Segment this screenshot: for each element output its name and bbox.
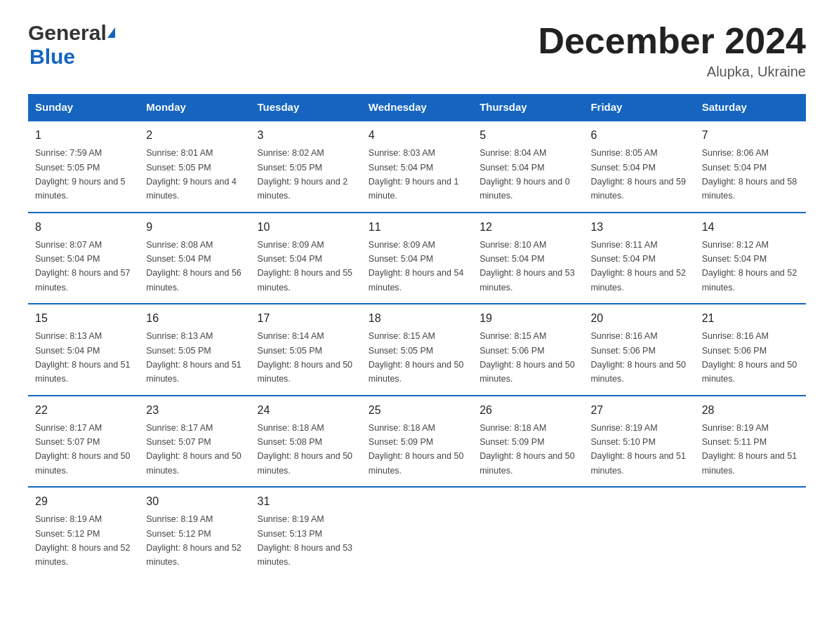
calendar-cell: 11Sunrise: 8:09 AMSunset: 5:04 PMDayligh… (362, 213, 472, 304)
calendar-cell (695, 487, 806, 578)
day-number: 2 (146, 127, 243, 144)
logo-triangle-icon (107, 27, 115, 38)
day-info: Sunrise: 8:19 AMSunset: 5:11 PMDaylight:… (702, 423, 797, 476)
calendar-cell: 1Sunrise: 7:59 AMSunset: 5:05 PMDaylight… (28, 121, 139, 213)
col-header-thursday: Thursday (472, 94, 583, 121)
calendar-cell: 25Sunrise: 8:18 AMSunset: 5:09 PMDayligh… (362, 396, 472, 488)
day-number: 21 (702, 310, 799, 327)
day-info: Sunrise: 8:18 AMSunset: 5:09 PMDaylight:… (369, 423, 464, 476)
day-info: Sunrise: 8:09 AMSunset: 5:04 PMDaylight:… (258, 240, 353, 293)
day-number: 8 (35, 219, 132, 236)
col-header-monday: Monday (139, 94, 250, 121)
day-info: Sunrise: 8:19 AMSunset: 5:12 PMDaylight:… (35, 514, 131, 567)
day-number: 11 (369, 219, 465, 236)
col-header-saturday: Saturday (695, 94, 806, 121)
day-info: Sunrise: 8:13 AMSunset: 5:04 PMDaylight:… (35, 331, 131, 384)
day-number: 13 (590, 219, 687, 236)
calendar-cell: 18Sunrise: 8:15 AMSunset: 5:05 PMDayligh… (362, 304, 472, 396)
calendar-cell: 19Sunrise: 8:15 AMSunset: 5:06 PMDayligh… (472, 304, 583, 396)
day-number: 27 (590, 402, 687, 419)
calendar-cell: 20Sunrise: 8:16 AMSunset: 5:06 PMDayligh… (583, 304, 694, 396)
day-info: Sunrise: 8:04 AMSunset: 5:04 PMDaylight:… (479, 148, 570, 201)
day-number: 1 (35, 127, 132, 144)
month-title: December 2024 (538, 21, 806, 61)
day-number: 7 (702, 127, 799, 144)
calendar-cell: 4Sunrise: 8:03 AMSunset: 5:04 PMDaylight… (362, 121, 472, 213)
week-row-2: 8Sunrise: 8:07 AMSunset: 5:04 PMDaylight… (28, 213, 806, 304)
calendar-cell (583, 487, 694, 578)
day-info: Sunrise: 8:18 AMSunset: 5:08 PMDaylight:… (258, 423, 353, 476)
day-info: Sunrise: 8:19 AMSunset: 5:10 PMDaylight:… (590, 423, 686, 476)
day-number: 10 (258, 219, 355, 236)
calendar-cell: 28Sunrise: 8:19 AMSunset: 5:11 PMDayligh… (695, 396, 806, 488)
day-info: Sunrise: 8:11 AMSunset: 5:04 PMDaylight:… (590, 240, 686, 293)
week-row-1: 1Sunrise: 7:59 AMSunset: 5:05 PMDaylight… (28, 121, 806, 213)
day-number: 26 (479, 402, 576, 419)
day-number: 23 (146, 402, 243, 419)
calendar-cell: 30Sunrise: 8:19 AMSunset: 5:12 PMDayligh… (139, 487, 250, 578)
day-info: Sunrise: 8:13 AMSunset: 5:05 PMDaylight:… (146, 331, 241, 384)
calendar-cell: 23Sunrise: 8:17 AMSunset: 5:07 PMDayligh… (139, 396, 250, 488)
day-number: 24 (258, 402, 355, 419)
calendar-cell: 26Sunrise: 8:18 AMSunset: 5:09 PMDayligh… (472, 396, 583, 488)
day-number: 12 (479, 219, 576, 236)
col-header-friday: Friday (583, 94, 694, 121)
day-number: 5 (479, 127, 576, 144)
logo: General Blue (28, 21, 115, 69)
title-section: December 2024 Alupka, Ukraine (538, 21, 806, 80)
day-number: 17 (258, 310, 355, 327)
day-number: 31 (258, 493, 355, 510)
day-info: Sunrise: 8:09 AMSunset: 5:04 PMDaylight:… (369, 240, 464, 293)
calendar-cell: 13Sunrise: 8:11 AMSunset: 5:04 PMDayligh… (583, 213, 694, 304)
day-info: Sunrise: 8:07 AMSunset: 5:04 PMDaylight:… (35, 240, 131, 293)
calendar-cell: 22Sunrise: 8:17 AMSunset: 5:07 PMDayligh… (28, 396, 139, 488)
col-header-wednesday: Wednesday (362, 94, 472, 121)
calendar-cell: 31Sunrise: 8:19 AMSunset: 5:13 PMDayligh… (251, 487, 362, 578)
day-number: 3 (258, 127, 355, 144)
location: Alupka, Ukraine (538, 64, 806, 80)
col-header-sunday: Sunday (28, 94, 139, 121)
day-number: 19 (479, 310, 576, 327)
logo-blue: Blue (29, 45, 75, 69)
day-info: Sunrise: 8:08 AMSunset: 5:04 PMDaylight:… (146, 240, 241, 293)
day-number: 15 (35, 310, 132, 327)
week-row-3: 15Sunrise: 8:13 AMSunset: 5:04 PMDayligh… (28, 304, 806, 396)
day-number: 25 (369, 402, 465, 419)
day-number: 4 (369, 127, 465, 144)
calendar-cell: 10Sunrise: 8:09 AMSunset: 5:04 PMDayligh… (251, 213, 362, 304)
calendar-header-row: SundayMondayTuesdayWednesdayThursdayFrid… (28, 94, 806, 121)
day-info: Sunrise: 8:15 AMSunset: 5:06 PMDaylight:… (479, 331, 575, 384)
day-info: Sunrise: 8:19 AMSunset: 5:12 PMDaylight:… (146, 514, 241, 567)
day-number: 18 (369, 310, 465, 327)
col-header-tuesday: Tuesday (251, 94, 362, 121)
day-info: Sunrise: 8:10 AMSunset: 5:04 PMDaylight:… (479, 240, 575, 293)
day-number: 29 (35, 493, 132, 510)
day-number: 22 (35, 402, 132, 419)
calendar-cell: 29Sunrise: 8:19 AMSunset: 5:12 PMDayligh… (28, 487, 139, 578)
day-info: Sunrise: 8:15 AMSunset: 5:05 PMDaylight:… (369, 331, 464, 384)
calendar-cell: 16Sunrise: 8:13 AMSunset: 5:05 PMDayligh… (139, 304, 250, 396)
calendar-cell: 15Sunrise: 8:13 AMSunset: 5:04 PMDayligh… (28, 304, 139, 396)
calendar-cell: 8Sunrise: 8:07 AMSunset: 5:04 PMDaylight… (28, 213, 139, 304)
day-info: Sunrise: 8:02 AMSunset: 5:05 PMDaylight:… (258, 148, 348, 201)
calendar-cell: 6Sunrise: 8:05 AMSunset: 5:04 PMDaylight… (583, 121, 694, 213)
calendar-cell: 3Sunrise: 8:02 AMSunset: 5:05 PMDaylight… (251, 121, 362, 213)
calendar-cell: 5Sunrise: 8:04 AMSunset: 5:04 PMDaylight… (472, 121, 583, 213)
day-info: Sunrise: 8:19 AMSunset: 5:13 PMDaylight:… (258, 514, 353, 567)
calendar-cell: 7Sunrise: 8:06 AMSunset: 5:04 PMDaylight… (695, 121, 806, 213)
week-row-4: 22Sunrise: 8:17 AMSunset: 5:07 PMDayligh… (28, 396, 806, 488)
day-number: 16 (146, 310, 243, 327)
day-info: Sunrise: 8:16 AMSunset: 5:06 PMDaylight:… (702, 331, 797, 384)
day-info: Sunrise: 8:16 AMSunset: 5:06 PMDaylight:… (590, 331, 686, 384)
calendar-cell: 24Sunrise: 8:18 AMSunset: 5:08 PMDayligh… (251, 396, 362, 488)
calendar-cell: 17Sunrise: 8:14 AMSunset: 5:05 PMDayligh… (251, 304, 362, 396)
day-number: 28 (702, 402, 799, 419)
logo-general: General (28, 21, 115, 45)
week-row-5: 29Sunrise: 8:19 AMSunset: 5:12 PMDayligh… (28, 487, 806, 578)
day-info: Sunrise: 8:18 AMSunset: 5:09 PMDaylight:… (479, 423, 575, 476)
day-info: Sunrise: 8:03 AMSunset: 5:04 PMDaylight:… (369, 148, 459, 201)
calendar-cell: 21Sunrise: 8:16 AMSunset: 5:06 PMDayligh… (695, 304, 806, 396)
calendar-cell: 2Sunrise: 8:01 AMSunset: 5:05 PMDaylight… (139, 121, 250, 213)
calendar-cell: 14Sunrise: 8:12 AMSunset: 5:04 PMDayligh… (695, 213, 806, 304)
day-number: 30 (146, 493, 243, 510)
